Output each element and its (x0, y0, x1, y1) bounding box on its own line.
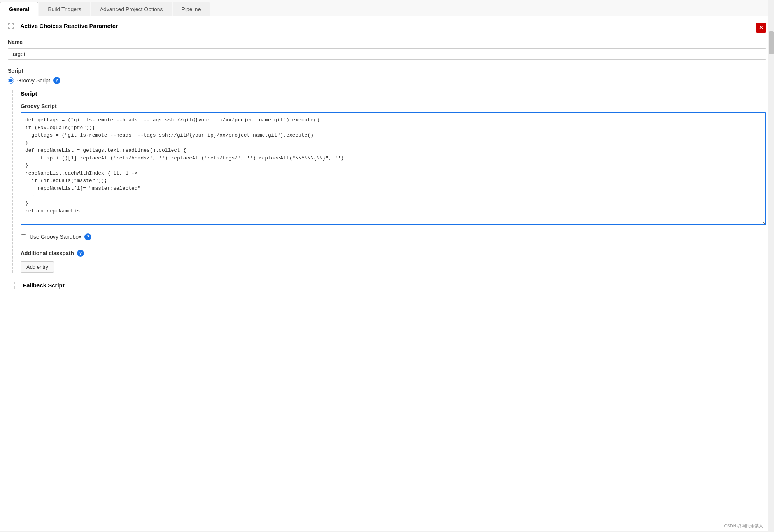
name-field-section: Name (8, 39, 766, 60)
add-entry-button[interactable]: Add entry (21, 261, 54, 273)
groovy-script-sub-label: Groovy Script (21, 103, 766, 109)
inner-script-block: Script Groovy Script def gettags = ("git… (12, 90, 766, 273)
groovy-sandbox-label: Use Groovy Sandbox (30, 234, 81, 240)
inner-script-title: Script (21, 90, 766, 97)
main-content: Active Choices Reactive Parameter ✕ Name… (0, 16, 774, 531)
script-label: Script (8, 68, 766, 74)
groovy-script-help-icon[interactable]: ? (53, 77, 60, 84)
scrollbar[interactable] (768, 0, 774, 531)
block-header: Active Choices Reactive Parameter ✕ (8, 23, 766, 33)
groovy-sandbox-checkbox[interactable] (21, 234, 26, 240)
tab-general[interactable]: General (0, 2, 38, 16)
additional-classpath-help-icon[interactable]: ? (77, 250, 84, 257)
fallback-script-section: Fallback Script (8, 282, 766, 289)
fallback-dashed-block: Fallback Script (14, 282, 766, 289)
tab-bar: General Build Triggers Advanced Project … (0, 0, 774, 16)
watermark: CSDN @网民余某人 (724, 523, 763, 529)
name-input[interactable] (8, 48, 766, 60)
groovy-sandbox-row: Use Groovy Sandbox ? (21, 233, 766, 240)
groovy-script-editor[interactable]: def gettags = ("git ls-remote --heads --… (21, 112, 766, 225)
scrollbar-thumb[interactable] (769, 31, 774, 54)
close-button[interactable]: ✕ (756, 23, 766, 33)
tab-build-triggers[interactable]: Build Triggers (39, 2, 90, 16)
fallback-script-title: Fallback Script (23, 282, 766, 289)
groovy-sandbox-help-icon[interactable]: ? (84, 233, 91, 240)
tab-pipeline[interactable]: Pipeline (173, 2, 210, 16)
additional-classpath-label: Additional classpath (21, 250, 74, 256)
groovy-script-radio[interactable] (8, 77, 14, 84)
block-title-row: Active Choices Reactive Parameter (8, 23, 118, 29)
tab-advanced-project-options[interactable]: Advanced Project Options (91, 2, 172, 16)
groovy-script-radio-row: Groovy Script ? (8, 77, 766, 84)
additional-classpath-section: Additional classpath ? (21, 250, 766, 257)
groovy-script-radio-label: Groovy Script (17, 77, 50, 84)
dashed-grid-icon (8, 23, 14, 29)
block-title: Active Choices Reactive Parameter (20, 23, 118, 29)
script-section: Script Groovy Script ? Script Groovy Scr… (8, 68, 766, 273)
name-label: Name (8, 39, 766, 45)
active-choices-block: Active Choices Reactive Parameter ✕ Name… (0, 16, 774, 298)
